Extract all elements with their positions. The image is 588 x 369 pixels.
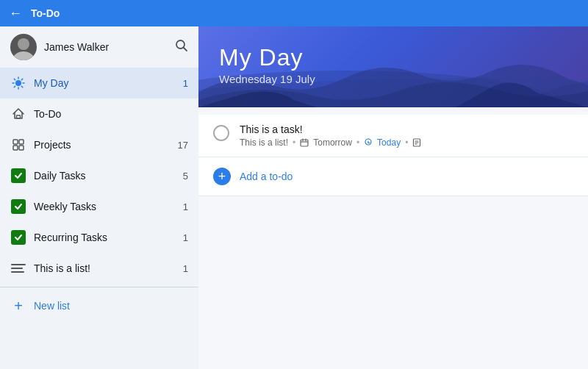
- task-title: This is a task!: [240, 123, 573, 135]
- list-lines-icon: [10, 260, 26, 276]
- sidebar-item-count: 17: [178, 140, 188, 151]
- due-icon: [300, 138, 309, 147]
- check-green-icon: [10, 229, 26, 246]
- svg-line-12: [14, 86, 15, 87]
- new-list-button[interactable]: + New list: [0, 290, 198, 321]
- sidebar-item-count: 5: [183, 171, 188, 182]
- sidebar-item-count: 1: [183, 78, 188, 89]
- svg-rect-17: [19, 146, 24, 150]
- sidebar-item-label: Recurring Tasks: [34, 232, 183, 243]
- svg-point-4: [15, 80, 21, 86]
- sidebar-item-label: This is a list!: [34, 262, 183, 274]
- svg-line-10: [21, 86, 22, 87]
- svg-line-3: [184, 47, 187, 51]
- table-row: This is a task! This is a list! •: [198, 115, 588, 157]
- back-button[interactable]: ←: [9, 6, 22, 21]
- search-icon[interactable]: [175, 39, 188, 56]
- sidebar-item-label: Projects: [34, 139, 178, 151]
- svg-rect-15: [19, 140, 24, 144]
- check-green-icon: [10, 168, 26, 184]
- task-list-label: This is a list!: [240, 137, 288, 148]
- sidebar-item-label: Daily Tasks: [34, 170, 183, 182]
- user-name: James Walker: [44, 41, 175, 53]
- sidebar-item-projects[interactable]: Projects 17: [0, 129, 198, 160]
- task-due-label: Tomorrow: [313, 137, 352, 148]
- svg-line-9: [14, 79, 15, 79]
- task-content: This is a task! This is a list! •: [240, 123, 573, 148]
- sidebar-header: James Walker: [0, 26, 198, 68]
- svg-rect-16: [13, 146, 18, 150]
- task-complete-circle[interactable]: [213, 125, 229, 141]
- add-todo-icon: +: [213, 168, 231, 185]
- add-todo-label: Add a to-do: [240, 171, 293, 182]
- sidebar-item-weekly-tasks[interactable]: Weekly Tasks 1: [0, 191, 198, 222]
- sidebar-item-count: 1: [183, 201, 188, 212]
- check-green-icon: [10, 198, 26, 215]
- home-icon: [10, 106, 26, 122]
- sidebar: James Walker: [0, 26, 198, 369]
- sidebar-item-label: To-Do: [34, 108, 188, 120]
- sidebar-divider: [0, 287, 198, 287]
- svg-point-0: [18, 38, 29, 50]
- task-list: This is a task! This is a list! •: [198, 107, 588, 369]
- avatar: [10, 34, 37, 60]
- sidebar-item-my-day[interactable]: My Day 1: [0, 68, 198, 98]
- task-reminder-label: Today: [377, 137, 401, 148]
- sidebar-item-label: Weekly Tasks: [34, 201, 183, 212]
- sidebar-item-count: 1: [183, 232, 188, 243]
- svg-rect-13: [17, 115, 21, 118]
- sidebar-item-count: 1: [183, 263, 188, 274]
- reminder-icon: [364, 138, 373, 147]
- sidebar-item-to-do[interactable]: To-Do: [0, 98, 198, 129]
- page-subtitle: Wednesday 19 July: [219, 73, 567, 85]
- grid-icon: [10, 137, 26, 153]
- top-bar: ← To-Do: [0, 0, 588, 26]
- new-list-label: New list: [34, 300, 70, 312]
- sidebar-item-daily-tasks[interactable]: Daily Tasks 5: [0, 160, 198, 191]
- app-title: To-Do: [31, 7, 60, 19]
- svg-rect-18: [301, 140, 308, 146]
- sidebar-item-recurring-tasks[interactable]: Recurring Tasks 1: [0, 222, 198, 253]
- hero-banner: My Day Wednesday 19 July: [198, 26, 588, 107]
- note-icon: [412, 138, 421, 147]
- add-todo-row[interactable]: + Add a to-do: [198, 157, 588, 196]
- sidebar-item-label: My Day: [34, 77, 183, 89]
- sun-icon: [10, 75, 26, 91]
- content-area: My Day Wednesday 19 July This is a task!…: [198, 26, 588, 369]
- svg-point-1: [13, 51, 34, 60]
- task-meta: This is a list! • Tomorrow •: [240, 137, 573, 148]
- main-layout: James Walker: [0, 26, 588, 369]
- plus-icon: +: [10, 298, 26, 314]
- page-title: My Day: [219, 44, 567, 71]
- svg-line-11: [21, 79, 22, 79]
- sidebar-item-this-is-a-list[interactable]: This is a list! 1: [0, 253, 198, 284]
- svg-rect-14: [13, 140, 18, 144]
